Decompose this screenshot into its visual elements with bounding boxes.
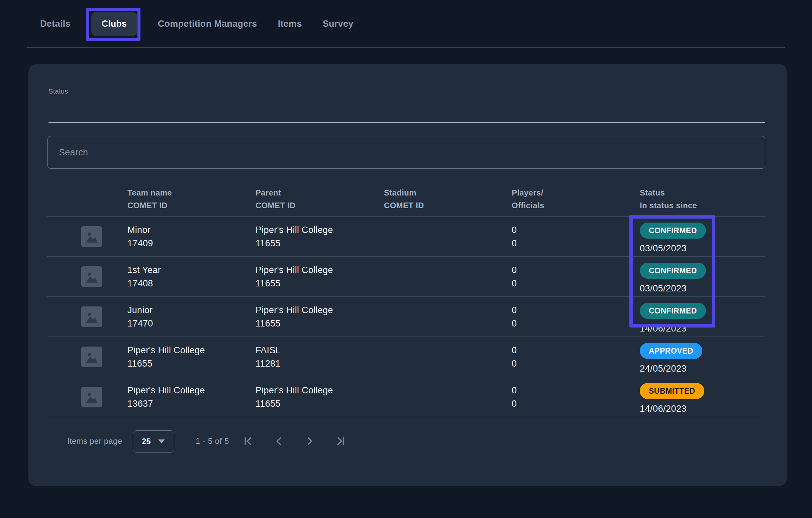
status-filter-select[interactable]: Status bbox=[49, 88, 765, 124]
table-row[interactable]: Piper's Hill College13637 Piper's Hill C… bbox=[47, 377, 765, 417]
players-officials-cell: 00 bbox=[512, 263, 517, 290]
status-date: 03/05/2023 bbox=[640, 283, 687, 294]
page-size-value: 25 bbox=[142, 437, 151, 446]
players-officials-cell: 00 bbox=[512, 223, 517, 250]
tab-clubs[interactable]: Clubs bbox=[91, 12, 137, 36]
items-per-page-label: Items per page bbox=[67, 436, 122, 446]
table-header: Team nameCOMET ID ParentCOMET ID Stadium… bbox=[47, 184, 765, 217]
tab-competition-managers[interactable]: Competition Managers bbox=[158, 19, 257, 29]
header-parent: ParentCOMET ID bbox=[256, 186, 296, 212]
page-size-select[interactable]: 25 bbox=[133, 430, 174, 453]
tab-bar-divider bbox=[27, 47, 785, 48]
team-cell: Piper's Hill College11655 bbox=[127, 343, 205, 370]
tab-items[interactable]: Items bbox=[278, 19, 302, 29]
table-row[interactable]: Junior17470 Piper's Hill College11655 00… bbox=[47, 297, 765, 337]
status-date: 24/05/2023 bbox=[640, 364, 687, 374]
club-logo-placeholder-icon bbox=[81, 346, 102, 367]
table-row[interactable]: Piper's Hill College11655 FAISL11281 00 … bbox=[47, 337, 765, 377]
players-officials-cell: 00 bbox=[512, 384, 517, 410]
parent-cell: Piper's Hill College11655 bbox=[256, 384, 333, 410]
tab-survey[interactable]: Survey bbox=[323, 19, 353, 29]
status-date: 14/06/2023 bbox=[640, 404, 687, 414]
team-cell: 1st Year17408 bbox=[127, 263, 161, 290]
header-status: StatusIn status since bbox=[640, 186, 697, 212]
table-body: Minor17409 Piper's Hill College11655 00 … bbox=[47, 217, 765, 417]
club-logo-placeholder-icon bbox=[81, 306, 102, 327]
clubs-panel: Status Team nameCOMET ID ParentCOMET ID … bbox=[28, 64, 787, 486]
status-badge: CONFIRMED bbox=[640, 222, 706, 239]
dropdown-caret-icon bbox=[158, 439, 165, 444]
club-logo-placeholder-icon bbox=[81, 387, 102, 407]
table-row[interactable]: Minor17409 Piper's Hill College11655 00 … bbox=[47, 217, 765, 257]
team-cell: Minor17409 bbox=[127, 223, 153, 250]
table-row[interactable]: 1st Year17408 Piper's Hill College11655 … bbox=[47, 257, 765, 297]
parent-cell: FAISL11281 bbox=[256, 343, 281, 370]
team-cell: Piper's Hill College13637 bbox=[127, 384, 205, 410]
search-input[interactable] bbox=[48, 136, 765, 169]
team-cell: Junior17470 bbox=[127, 303, 153, 330]
first-page-button[interactable] bbox=[242, 432, 255, 450]
status-badge: CONFIRMED bbox=[640, 263, 706, 279]
header-stadium: StadiumCOMET ID bbox=[384, 186, 424, 212]
parent-cell: Piper's Hill College11655 bbox=[256, 263, 333, 290]
players-officials-cell: 00 bbox=[512, 343, 517, 370]
parent-cell: Piper's Hill College11655 bbox=[256, 223, 333, 250]
status-badge: CONFIRMED bbox=[640, 303, 706, 319]
next-page-button[interactable] bbox=[303, 432, 316, 450]
status-filter-underline bbox=[49, 122, 765, 123]
status-badge: APPROVED bbox=[640, 343, 702, 359]
parent-cell: Piper's Hill College11655 bbox=[256, 303, 333, 330]
status-filter-label: Status bbox=[49, 88, 765, 95]
status-date: 14/06/2023 bbox=[640, 324, 687, 334]
club-logo-placeholder-icon bbox=[81, 266, 102, 287]
page-range-label: 1 - 5 of 5 bbox=[196, 436, 229, 446]
header-team-name: Team nameCOMET ID bbox=[127, 186, 172, 212]
status-date: 03/05/2023 bbox=[640, 243, 687, 254]
club-logo-placeholder-icon bbox=[81, 226, 102, 247]
tab-bar: Details Clubs Competition Managers Items… bbox=[0, 0, 812, 48]
paginator: Items per page 25 1 - 5 of 5 bbox=[28, 425, 747, 458]
players-officials-cell: 00 bbox=[512, 303, 517, 330]
previous-page-button[interactable] bbox=[272, 432, 285, 450]
tab-details[interactable]: Details bbox=[40, 19, 70, 29]
status-badge: SUBMITTED bbox=[640, 383, 704, 399]
header-players-officials: Players/Officials bbox=[512, 186, 544, 212]
last-page-button[interactable] bbox=[334, 432, 347, 450]
